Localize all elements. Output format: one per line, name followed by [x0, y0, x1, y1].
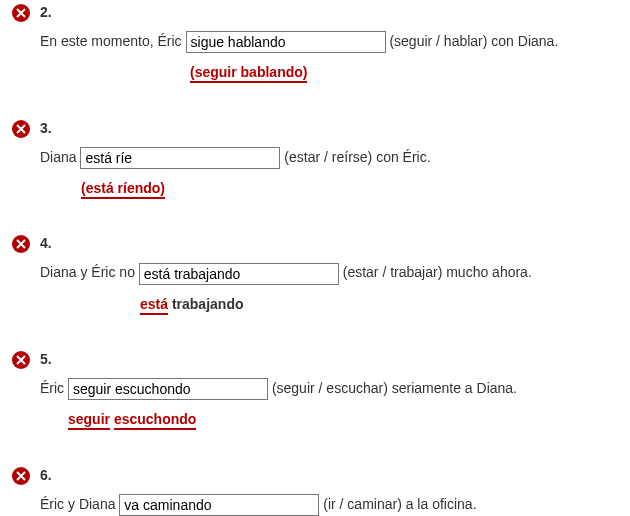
answer-input[interactable] — [68, 378, 268, 400]
correction-line: seguir escuchondo — [40, 408, 618, 430]
sentence-suffix: (seguir / hablar) con Diana. — [386, 33, 559, 49]
sentence-prefix: Éric y Diana — [40, 496, 119, 512]
correction-line: (está ríendo) — [40, 177, 618, 199]
question-sentence: En este momento, Éric (seguir / hablar) … — [40, 30, 618, 53]
sentence-prefix: Éric — [40, 380, 68, 396]
correction-wrong-word: seguir — [68, 411, 110, 430]
sentence-suffix: (estar / reírse) con Éric. — [280, 149, 430, 165]
question-number: 5. — [40, 351, 618, 367]
correction-line: está trabajando — [40, 293, 618, 315]
correction-wrong-word: está — [140, 296, 168, 315]
question-item: 6.Éric y Diana (ir / caminar) a la ofici… — [12, 467, 618, 516]
correction-wrong-phrase: (está ríendo) — [81, 180, 165, 199]
sentence-suffix: (seguir / escuchar) seriamente a Diana. — [268, 380, 517, 396]
question-sentence: Diana (estar / reírse) con Éric. — [40, 146, 618, 169]
correction-wrong-word: escuchondo — [114, 411, 196, 430]
question-number: 6. — [40, 467, 618, 483]
incorrect-icon — [12, 467, 30, 485]
question-sentence: Éric y Diana (ir / caminar) a la oficina… — [40, 493, 618, 516]
correction-wrong-phrase: (seguir bablando) — [190, 64, 307, 83]
question-number: 2. — [40, 4, 618, 20]
incorrect-icon — [12, 4, 30, 22]
question-item: 2.En este momento, Éric (seguir / hablar… — [12, 4, 618, 84]
question-item: 4.Diana y Éric no (estar / trabajar) muc… — [12, 235, 618, 315]
question-number: 4. — [40, 235, 618, 251]
sentence-prefix: Diana y Éric no — [40, 264, 139, 280]
question-item: 5.Éric (seguir / escuchar) seriamente a … — [12, 351, 618, 431]
sentence-prefix: Diana — [40, 149, 80, 165]
correction-line: (seguir bablando) — [40, 61, 618, 83]
incorrect-icon — [12, 120, 30, 138]
answer-input[interactable] — [80, 147, 280, 169]
question-number: 3. — [40, 120, 618, 136]
question-item: 3.Diana (estar / reírse) con Éric.(está … — [12, 120, 618, 200]
question-sentence: Diana y Éric no (estar / trabajar) mucho… — [40, 261, 618, 284]
answer-input[interactable] — [139, 263, 339, 285]
answer-input[interactable] — [119, 494, 319, 516]
question-sentence: Éric (seguir / escuchar) seriamente a Di… — [40, 377, 618, 400]
answer-input[interactable] — [186, 31, 386, 53]
correction-right-word: trabajando — [172, 296, 244, 312]
sentence-suffix: (ir / caminar) a la oficina. — [319, 496, 476, 512]
incorrect-icon — [12, 235, 30, 253]
sentence-suffix: (estar / trabajar) mucho ahora. — [339, 264, 532, 280]
incorrect-icon — [12, 351, 30, 369]
sentence-prefix: En este momento, Éric — [40, 33, 186, 49]
